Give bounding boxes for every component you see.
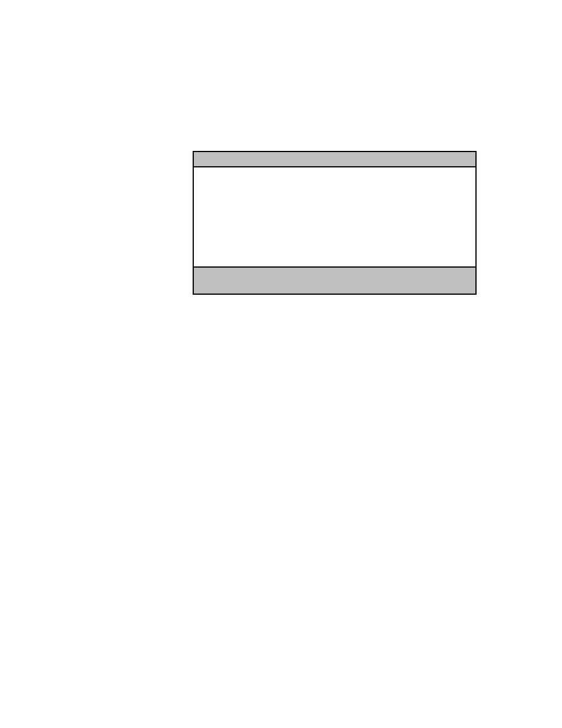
diagram-box — [193, 151, 477, 295]
diagram-top-bar — [194, 152, 475, 167]
diagram-bottom-bar — [194, 266, 475, 294]
